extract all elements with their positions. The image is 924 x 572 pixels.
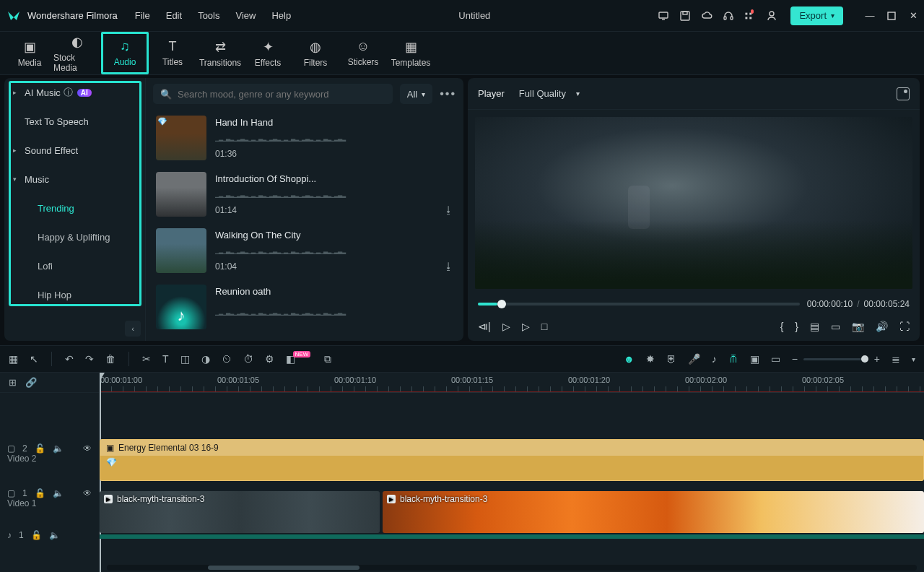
stop-icon[interactable]: □ xyxy=(541,321,547,332)
search-field[interactable] xyxy=(178,89,385,100)
menu-file[interactable]: File xyxy=(135,10,150,21)
adjust-icon[interactable]: ⚙ xyxy=(265,353,274,365)
text-icon[interactable]: T xyxy=(162,353,169,365)
lock-icon[interactable]: 🔓 xyxy=(31,530,42,540)
color-icon[interactable]: ◧NEW xyxy=(286,353,313,365)
minimize-icon[interactable]: — xyxy=(865,11,875,21)
headphones-icon[interactable] xyxy=(723,10,734,22)
add-track-icon[interactable]: ⊞ xyxy=(9,377,17,388)
close-icon[interactable]: ✕ xyxy=(908,11,918,21)
mute-icon[interactable]: 🔈 xyxy=(53,488,64,498)
audio-track-item[interactable]: Walking On The City ▁▂▁▃▂▁▂▃▂▁▂▁▃▂▁▂▃▂▁▂… xyxy=(153,222,456,279)
menu-tools[interactable]: Tools xyxy=(198,10,219,21)
group-icon[interactable]: ⧉ xyxy=(324,353,331,365)
sidebar-item-ai-music[interactable]: ▸ AI Music ⓘ AI xyxy=(4,78,145,107)
user-icon[interactable] xyxy=(766,10,777,22)
fullscreen-icon[interactable]: ⛶ xyxy=(899,321,910,332)
timeline-scrollbar[interactable] xyxy=(107,565,917,571)
video-preview[interactable] xyxy=(475,117,912,289)
mark-out-icon[interactable]: } xyxy=(795,321,798,332)
eye-icon[interactable]: 👁 xyxy=(83,488,92,498)
mute-icon[interactable]: 🔈 xyxy=(49,530,60,540)
download-icon[interactable]: ⭳ xyxy=(444,204,453,215)
marker-list-icon[interactable]: ▤ xyxy=(810,321,819,332)
camera-icon[interactable]: 📷 xyxy=(852,321,864,332)
mark-in-icon[interactable]: { xyxy=(780,321,784,332)
volume-icon[interactable]: 🔊 xyxy=(876,321,888,332)
clip-black-myth-b[interactable]: ▶black-myth-transition-3 xyxy=(383,491,924,533)
menu-edit[interactable]: Edit xyxy=(166,10,182,21)
link-icon[interactable]: 🔗 xyxy=(25,377,37,388)
tab-media[interactable]: ▣Media xyxy=(6,32,53,74)
cloud-icon[interactable] xyxy=(701,10,712,22)
pointer-icon[interactable]: ↖ xyxy=(30,353,38,365)
crop-icon[interactable]: ◫ xyxy=(180,353,190,365)
ai-assist-icon[interactable]: ☻ xyxy=(624,353,635,365)
tab-effects[interactable]: ✦Effects xyxy=(244,32,292,74)
tab-transitions[interactable]: ⇄Transitions xyxy=(196,32,244,74)
display-icon[interactable]: ▭ xyxy=(831,321,840,332)
redo-icon[interactable]: ↷ xyxy=(85,353,94,365)
prev-frame-icon[interactable]: ⧏| xyxy=(478,321,491,332)
quality-dropdown[interactable]: Full Quality ▾ xyxy=(519,88,580,99)
zoom-slider[interactable] xyxy=(803,358,868,360)
clip-black-myth-a[interactable]: ▶black-myth-transition-3 xyxy=(100,491,380,533)
tab-templates[interactable]: ▦Templates xyxy=(387,32,435,74)
zoom-knob[interactable] xyxy=(861,355,868,363)
sidebar-item-music[interactable]: ▾Music xyxy=(4,165,145,194)
shield-icon[interactable]: ⛨ xyxy=(666,353,676,365)
search-input[interactable]: 🔍 xyxy=(153,84,393,104)
magnet-icon[interactable]: ⫚ xyxy=(728,353,738,365)
sparkle-icon[interactable]: ✸ xyxy=(646,353,655,365)
menu-help[interactable]: Help xyxy=(271,10,291,21)
cut-icon[interactable]: ✂ xyxy=(142,353,151,365)
more-options-icon[interactable]: ••• xyxy=(440,87,456,100)
zoom-out-icon[interactable]: − xyxy=(792,353,798,365)
sidebar-collapse-button[interactable]: ‹ xyxy=(125,321,141,337)
music-icon[interactable]: ♪ xyxy=(712,353,717,365)
maximize-icon[interactable] xyxy=(886,11,897,21)
menu-view[interactable]: View xyxy=(235,10,256,21)
sidebar-item-trending[interactable]: Trending xyxy=(4,194,145,222)
scrub-bar[interactable] xyxy=(478,303,800,306)
scrub-knob[interactable] xyxy=(497,300,506,308)
timer-icon[interactable]: ⏱ xyxy=(243,353,253,365)
audio-track-item[interactable]: Reunion oath ▁▂▁▃▂▁▂▃▂▁▂▁▃▂▁▂▃▂▁▂▁▃▂▁▂▃▂… xyxy=(153,279,456,335)
next-frame-icon[interactable]: ▷ xyxy=(522,321,530,332)
save-icon[interactable] xyxy=(679,10,691,22)
sidebar-item-hiphop[interactable]: Hip Hop xyxy=(4,280,145,309)
play-icon[interactable]: ▷ xyxy=(502,321,510,332)
tab-audio[interactable]: ♫Audio xyxy=(101,32,149,74)
desktop-icon[interactable] xyxy=(658,10,669,22)
sidebar-item-sound-effect[interactable]: ▸Sound Effect xyxy=(4,136,145,165)
timeline-ruler[interactable]: 00:00:01:00 00:00:01:05 00:00:01:10 00:0… xyxy=(100,373,924,393)
tab-stickers[interactable]: ☺Stickers xyxy=(339,32,387,74)
lock-icon[interactable]: 🔓 xyxy=(35,488,45,498)
eye-icon[interactable]: 👁 xyxy=(83,443,92,454)
audio-track-item[interactable]: 💎 Hand In Hand ▁▂▁▃▂▁▂▃▂▁▂▁▃▂▁▂▃▂▁▂▁▃▂▁▂… xyxy=(153,110,456,166)
grid-icon[interactable] xyxy=(744,10,756,22)
sidebar-item-happy[interactable]: Happy & Uplifting xyxy=(4,222,145,251)
delete-icon[interactable]: 🗑 xyxy=(105,353,116,365)
layout-icon[interactable]: ▦ xyxy=(9,353,18,365)
scrollbar-thumb[interactable] xyxy=(208,566,359,570)
tab-titles[interactable]: TTitles xyxy=(149,32,196,74)
tab-stock-media[interactable]: ◐Stock Media xyxy=(53,32,101,74)
timeline-body[interactable]: 00:00:01:00 00:00:01:05 00:00:01:10 00:0… xyxy=(100,373,924,572)
render-icon[interactable]: ▭ xyxy=(771,353,780,365)
mask-icon[interactable]: ◑ xyxy=(201,353,210,365)
export-button[interactable]: Export ▾ xyxy=(790,6,843,25)
mute-icon[interactable]: 🔈 xyxy=(53,443,64,454)
undo-icon[interactable]: ↶ xyxy=(65,353,74,365)
zoom-in-icon[interactable]: + xyxy=(874,353,880,365)
list-view-icon[interactable]: ≣ xyxy=(892,353,900,365)
audio-track-item[interactable]: Introduction Of Shoppi... ▁▂▁▃▂▁▂▃▂▁▂▁▃▂… xyxy=(153,166,456,222)
tab-filters[interactable]: ◍Filters xyxy=(292,32,339,74)
frame-icon[interactable]: ▣ xyxy=(750,353,759,365)
lock-icon[interactable]: 🔓 xyxy=(35,443,45,454)
clip-energy-elemental[interactable]: ▣Energy Elemental 03 16-9 💎 xyxy=(100,439,924,481)
snapshot-icon[interactable] xyxy=(897,87,910,100)
chevron-down-icon[interactable]: ▾ xyxy=(912,355,915,363)
download-icon[interactable]: ⭳ xyxy=(444,261,453,272)
sidebar-item-lofi[interactable]: Lofi xyxy=(4,251,145,280)
